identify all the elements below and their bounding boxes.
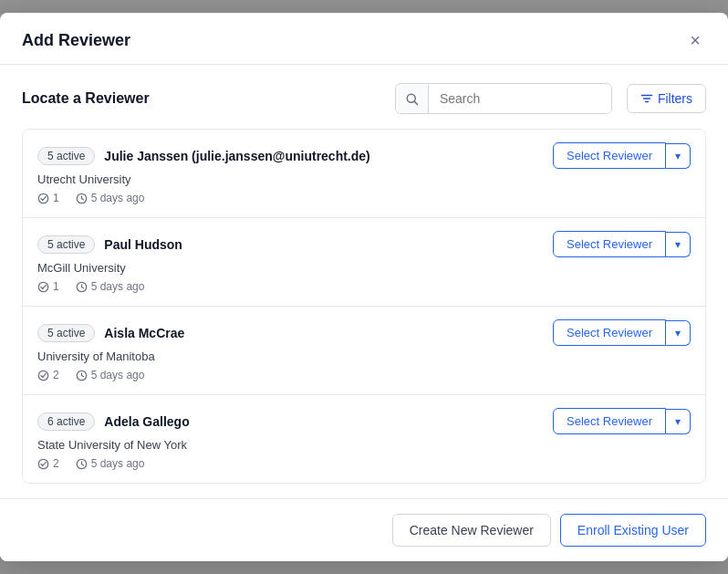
reviewer-university: Utrecht University bbox=[37, 172, 691, 186]
svg-point-17 bbox=[38, 459, 47, 468]
modal-header: Add Reviewer × bbox=[0, 13, 728, 65]
select-reviewer-chevron[interactable]: ▾ bbox=[666, 232, 691, 257]
reviewer-actions: Select Reviewer ▾ bbox=[553, 319, 691, 346]
select-reviewer-chevron[interactable]: ▾ bbox=[666, 143, 691, 169]
reviewer-top-row: 5 active Julie Janssen (julie.janssen@un… bbox=[37, 142, 691, 169]
reviewer-university: State University of New York bbox=[37, 438, 691, 452]
select-reviewer-button[interactable]: Select Reviewer bbox=[553, 408, 666, 434]
check-circle-icon bbox=[37, 370, 49, 381]
filters-button[interactable]: Filters bbox=[627, 84, 706, 113]
reviewer-last-seen-meta: 5 days ago bbox=[76, 192, 145, 204]
filter-icon bbox=[640, 92, 653, 105]
reviewer-count-meta: 2 bbox=[37, 369, 59, 381]
reviewer-top-row: 6 active Adela Gallego Select Reviewer ▾ bbox=[37, 408, 691, 434]
search-icon-wrap bbox=[396, 85, 429, 113]
reviewer-name: Aisla McCrae bbox=[104, 326, 184, 340]
enroll-existing-user-button[interactable]: Enroll Existing User bbox=[560, 514, 706, 547]
active-badge: 5 active bbox=[37, 324, 95, 342]
svg-line-8 bbox=[81, 198, 83, 199]
filters-label: Filters bbox=[658, 91, 692, 106]
reviewer-meta: 1 5 days ago bbox=[37, 280, 691, 293]
reviewer-last-seen-meta: 5 days ago bbox=[76, 457, 145, 470]
check-circle-icon bbox=[37, 193, 49, 204]
reviewer-meta: 2 5 days ago bbox=[37, 457, 691, 470]
check-circle-icon bbox=[37, 281, 49, 293]
reviewer-item: 6 active Adela Gallego Select Reviewer ▾… bbox=[23, 395, 705, 483]
reviewer-meta: 1 5 days ago bbox=[37, 192, 691, 204]
add-reviewer-modal: Add Reviewer × Locate a Reviewer bbox=[0, 13, 728, 561]
select-reviewer-chevron[interactable]: ▾ bbox=[666, 320, 691, 346]
svg-line-20 bbox=[81, 464, 83, 464]
reviewer-count-meta: 2 bbox=[37, 457, 59, 470]
svg-line-16 bbox=[81, 375, 83, 376]
reviewer-name-wrap: 6 active Adela Gallego bbox=[37, 412, 190, 431]
reviewer-name-wrap: 5 active Julie Janssen (julie.janssen@un… bbox=[37, 147, 370, 165]
select-reviewer-button[interactable]: Select Reviewer bbox=[553, 231, 666, 257]
reviewer-last-seen-meta: 5 days ago bbox=[76, 280, 145, 293]
reviewer-last-seen-meta: 5 days ago bbox=[76, 369, 145, 381]
search-bar-container bbox=[395, 83, 612, 114]
search-icon bbox=[405, 92, 419, 106]
reviewer-item: 5 active Aisla McCrae Select Reviewer ▾ … bbox=[23, 307, 705, 395]
active-badge: 5 active bbox=[37, 147, 95, 165]
reviewer-name: Adela Gallego bbox=[104, 414, 189, 429]
select-reviewer-button[interactable]: Select Reviewer bbox=[553, 142, 666, 169]
locate-title: Locate a Reviewer bbox=[22, 90, 150, 107]
create-new-reviewer-button[interactable]: Create New Reviewer bbox=[392, 514, 551, 547]
reviewer-name-wrap: 5 active Aisla McCrae bbox=[37, 324, 184, 342]
reviewer-item: 5 active Paul Hudson Select Reviewer ▾ M… bbox=[23, 218, 705, 307]
svg-line-1 bbox=[414, 101, 417, 104]
reviewer-university: McGill University bbox=[37, 261, 691, 275]
active-badge: 6 active bbox=[37, 412, 95, 431]
clock-icon bbox=[76, 281, 88, 293]
reviewer-university: University of Manitoba bbox=[37, 350, 691, 363]
select-reviewer-chevron[interactable]: ▾ bbox=[666, 409, 691, 434]
search-input[interactable] bbox=[429, 84, 611, 113]
reviewer-name: Paul Hudson bbox=[104, 237, 182, 252]
clock-icon bbox=[76, 458, 88, 470]
modal-title: Add Reviewer bbox=[22, 31, 130, 50]
modal-footer: Create New Reviewer Enroll Existing User bbox=[0, 498, 728, 561]
select-reviewer-button[interactable]: Select Reviewer bbox=[553, 319, 666, 346]
clock-icon bbox=[76, 370, 88, 381]
modal-body: Locate a Reviewer bbox=[0, 65, 728, 498]
reviewer-count-meta: 1 bbox=[37, 192, 59, 204]
reviewer-top-row: 5 active Paul Hudson Select Reviewer ▾ bbox=[37, 231, 691, 257]
reviewer-actions: Select Reviewer ▾ bbox=[553, 142, 691, 169]
reviewer-name-wrap: 5 active Paul Hudson bbox=[37, 235, 182, 254]
reviewers-list: 5 active Julie Janssen (julie.janssen@un… bbox=[22, 129, 706, 484]
modal-overlay: Add Reviewer × Locate a Reviewer bbox=[0, 0, 728, 574]
svg-point-13 bbox=[38, 370, 47, 380]
active-badge: 5 active bbox=[37, 235, 95, 254]
reviewer-count-meta: 1 bbox=[37, 280, 59, 293]
close-button[interactable]: × bbox=[684, 29, 706, 51]
reviewer-name: Julie Janssen (julie.janssen@uniutrecht.… bbox=[104, 149, 369, 163]
reviewer-actions: Select Reviewer ▾ bbox=[553, 408, 691, 434]
reviewer-actions: Select Reviewer ▾ bbox=[553, 231, 691, 257]
svg-point-5 bbox=[38, 193, 47, 203]
svg-line-12 bbox=[81, 287, 83, 287]
reviewer-meta: 2 5 days ago bbox=[37, 369, 691, 381]
reviewer-top-row: 5 active Aisla McCrae Select Reviewer ▾ bbox=[37, 319, 691, 346]
clock-icon bbox=[76, 193, 88, 204]
reviewer-item: 5 active Julie Janssen (julie.janssen@un… bbox=[23, 130, 705, 218]
search-area: Filters bbox=[395, 83, 706, 114]
check-circle-icon bbox=[37, 458, 49, 470]
locate-header: Locate a Reviewer bbox=[22, 83, 706, 114]
svg-point-9 bbox=[38, 282, 47, 291]
